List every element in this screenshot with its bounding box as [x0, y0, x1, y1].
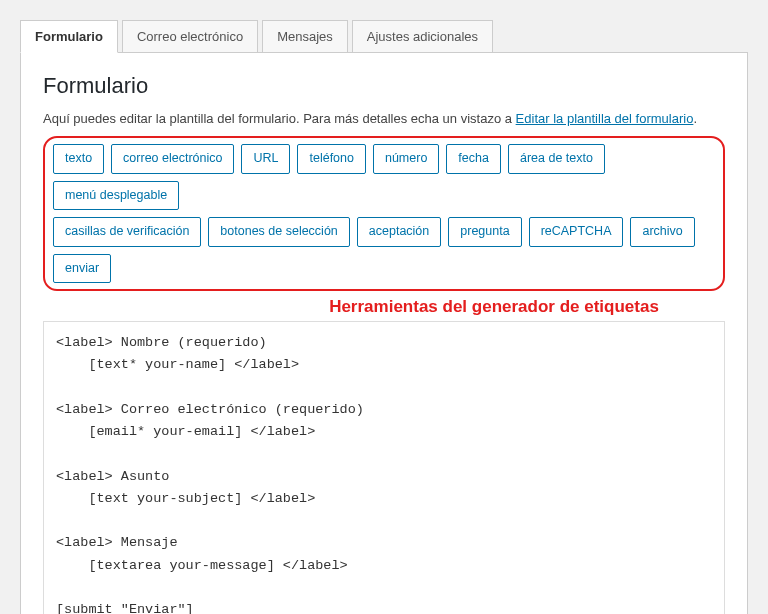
form-template-textarea[interactable] — [43, 321, 725, 614]
tag-generator-highlight: texto correo electrónico URL teléfono nú… — [43, 136, 725, 291]
tag-menu-desplegable[interactable]: menú desplegable — [53, 181, 179, 211]
panel-description-prefix: Aquí puedes editar la plantilla del form… — [43, 111, 516, 126]
tab-ajustes-adicionales[interactable]: Ajustes adicionales — [352, 20, 493, 53]
tag-area-de-texto[interactable]: área de texto — [508, 144, 605, 174]
tag-casillas-verificacion[interactable]: casillas de verificación — [53, 217, 201, 247]
tag-row-1: texto correo electrónico URL teléfono nú… — [53, 144, 715, 210]
tag-recaptcha[interactable]: reCAPTCHA — [529, 217, 624, 247]
tag-aceptacion[interactable]: aceptación — [357, 217, 441, 247]
panel-description-suffix: . — [693, 111, 697, 126]
form-editor-container: Formulario Correo electrónico Mensajes A… — [20, 20, 748, 614]
tag-fecha[interactable]: fecha — [446, 144, 501, 174]
tab-correo-electronico[interactable]: Correo electrónico — [122, 20, 258, 53]
panel-title: Formulario — [43, 73, 725, 99]
panel-description: Aquí puedes editar la plantilla del form… — [43, 111, 725, 126]
tabs-bar: Formulario Correo electrónico Mensajes A… — [20, 20, 748, 53]
tab-mensajes[interactable]: Mensajes — [262, 20, 348, 53]
tag-correo-electronico[interactable]: correo electrónico — [111, 144, 234, 174]
tag-texto[interactable]: texto — [53, 144, 104, 174]
tag-enviar[interactable]: enviar — [53, 254, 111, 284]
tag-row-2: casillas de verificación botones de sele… — [53, 217, 715, 283]
tag-archivo[interactable]: archivo — [630, 217, 694, 247]
annotation-label: Herramientas del generador de etiquetas — [263, 297, 725, 317]
tag-telefono[interactable]: teléfono — [297, 144, 365, 174]
tag-botones-seleccion[interactable]: botones de selección — [208, 217, 349, 247]
tag-numero[interactable]: número — [373, 144, 439, 174]
panel-formulario: Formulario Aquí puedes editar la plantil… — [20, 52, 748, 614]
panel-description-link[interactable]: Editar la plantilla del formulario — [516, 111, 694, 126]
tag-pregunta[interactable]: pregunta — [448, 217, 521, 247]
tag-url[interactable]: URL — [241, 144, 290, 174]
tab-formulario[interactable]: Formulario — [20, 20, 118, 53]
